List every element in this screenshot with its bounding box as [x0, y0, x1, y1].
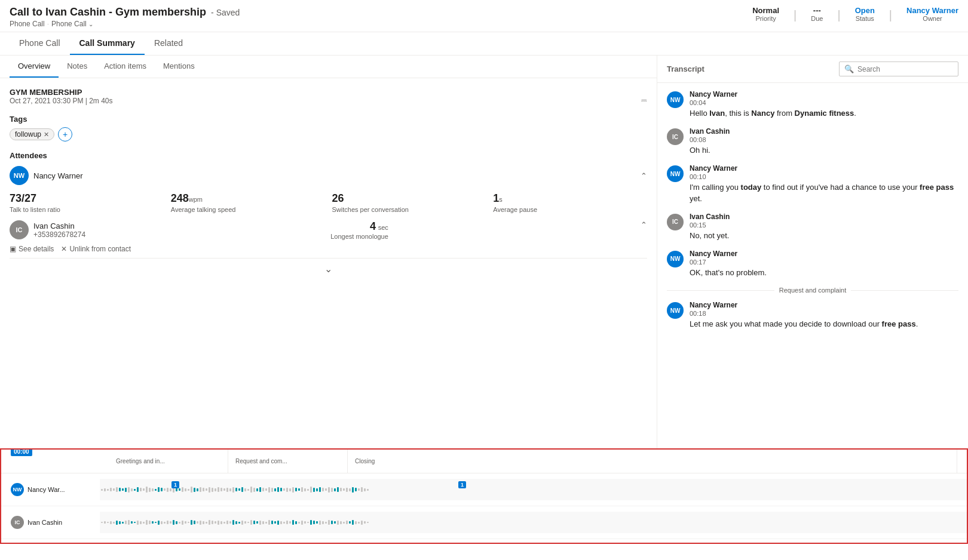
transcript-entry: NWNancy Warner00:04Hello Ivan, this is N…	[667, 90, 958, 119]
due-label: Due	[811, 15, 823, 22]
due-value: ---	[813, 6, 821, 15]
avatar: IC	[667, 128, 684, 145]
search-box[interactable]: 🔍	[839, 61, 958, 76]
attendee-ivan-row: IC Ivan Cashin +353892678274 4 sec Longe…	[10, 220, 647, 240]
timeline-badge: 1	[171, 481, 179, 488]
owner-meta: Nancy Warner Owner	[906, 6, 958, 22]
transcript-content: NWNancy Warner00:04Hello Ivan, this is N…	[657, 83, 968, 448]
timeline-section-closing: Closing	[348, 450, 957, 473]
stat-value-1: 248	[171, 192, 189, 204]
subtitle: Phone Call · Phone Call ⌄	[10, 20, 240, 28]
timeline-header: 00:00 Greetings and in... Request and co…	[1, 450, 967, 473]
attendee-nancy-row: NW Nancy Warner ⌃	[10, 166, 647, 185]
timeline-badge: 1	[458, 481, 466, 488]
transcript-speaker: Nancy Warner	[690, 90, 958, 99]
gym-membership-info: GYM MEMBERSHIP Oct 27, 2021 03:30 PM | 2…	[10, 88, 113, 112]
unlink-contact-button[interactable]: ✕ Unlink from contact	[61, 245, 131, 253]
stat-label-1: Average talking speed	[171, 206, 325, 213]
attendee-nancy-name: Nancy Warner	[33, 171, 83, 180]
tag-remove-icon[interactable]: ✕	[44, 131, 49, 139]
transcript-speaker: Nancy Warner	[690, 250, 958, 258]
timeline-track[interactable]	[100, 512, 967, 533]
transcript-entry: NWNancy Warner00:17OK, that's no problem…	[667, 250, 958, 278]
timeline-sections: Greetings and in... Request and com... C…	[109, 450, 957, 473]
subtab-notes[interactable]: Notes	[59, 56, 96, 78]
timeline-track[interactable]: 11	[100, 479, 967, 500]
avatar-nw: NW	[10, 166, 29, 185]
title-text: Call to Ivan Cashin - Gym membership	[10, 6, 206, 19]
transcript-time: 00:10	[690, 173, 958, 180]
stat-value-0: 73/27	[10, 192, 36, 204]
longest-monologue-label: Longest monologue	[330, 233, 388, 240]
tab-phone-call[interactable]: Phone Call	[10, 32, 70, 55]
date-info: Oct 27, 2021 03:30 PM | 2m 40s	[10, 97, 113, 105]
tag-add-button[interactable]: +	[58, 127, 72, 141]
avatar: NW	[667, 251, 684, 267]
timeline-row-label-text: Nancy War...	[27, 486, 65, 493]
avatar: NW	[667, 302, 684, 319]
transcript-text: Hello Ivan, this is Nancy from Dynamic f…	[690, 108, 958, 119]
avatar: NW	[667, 165, 684, 182]
timeline-timestamp: 00:00	[11, 448, 32, 456]
avatar: IC	[667, 214, 684, 230]
subtab-mentions[interactable]: Mentions	[155, 56, 203, 78]
meta-divider-3: |	[889, 8, 892, 22]
tag-label: followup	[15, 130, 41, 139]
stats-grid: 73/27 Talk to listen ratio 248wpm Averag…	[10, 192, 647, 213]
status-meta: Open Status	[855, 6, 875, 22]
attendees-section: Attendees NW Nancy Warner ⌃ 73/27 Talk t…	[10, 151, 647, 253]
saved-indicator: - Saved	[211, 8, 240, 17]
stat-talk-listen: 73/27 Talk to listen ratio	[10, 192, 164, 213]
collapse-nancy-icon[interactable]: ⌃	[641, 171, 647, 180]
right-panel: Transcript 🔍 NWNancy Warner00:04Hello Iv…	[657, 56, 968, 448]
timeline-section-request: Request and com...	[228, 450, 348, 473]
transcript-speaker: Nancy Warner	[690, 301, 958, 309]
bottom-timeline: 00:00 Greetings and in... Request and co…	[0, 448, 968, 544]
meta-divider-1: |	[794, 8, 797, 22]
unlink-label: Unlink from contact	[69, 245, 131, 253]
subtab-overview[interactable]: Overview	[10, 56, 59, 78]
tab-call-summary[interactable]: Call Summary	[70, 32, 145, 55]
owner-value: Nancy Warner	[906, 6, 958, 15]
subtitle-phone-call-2: Phone Call	[51, 20, 87, 28]
meta-divider-2: |	[837, 8, 840, 22]
collapse-ivan-icon[interactable]: ⌃	[641, 220, 647, 229]
copy-icon[interactable]: ⎓	[641, 95, 647, 106]
transcript-time: 00:08	[690, 136, 958, 143]
waveform	[100, 479, 967, 500]
transcript-title: Transcript	[667, 64, 704, 73]
transcript-speaker: Ivan Cashin	[690, 213, 958, 221]
transcript-time: 00:18	[690, 310, 958, 317]
priority-value: Normal	[752, 6, 779, 15]
transcript-text: No, not yet.	[690, 230, 958, 241]
stat-label-0: Talk to listen ratio	[10, 206, 164, 213]
main-layout: Overview Notes Action items Mentions GYM…	[0, 56, 968, 448]
tab-related[interactable]: Related	[145, 32, 192, 55]
stat-label-3: Average pause	[493, 206, 647, 213]
attendee-ivan-phone: +353892678274	[33, 230, 85, 239]
phone-call-dropdown[interactable]: Phone Call ⌄	[51, 20, 93, 28]
stat-switches: 26 Switches per conversation	[332, 192, 486, 213]
transcript-entry: ICIvan Cashin00:08Oh hi.	[667, 127, 958, 156]
timeline-row-label-text: Ivan Cashin	[27, 519, 62, 526]
search-icon: 🔍	[844, 64, 854, 73]
chevron-down-icon: ⌄	[88, 21, 93, 27]
transcript-entry: NWNancy Warner00:18Let me ask you what m…	[667, 301, 958, 330]
nav-tabs: Phone Call Call Summary Related	[0, 32, 968, 56]
stat-label-2: Switches per conversation	[332, 206, 486, 213]
status-value: Open	[855, 6, 875, 15]
transcript-speaker: Nancy Warner	[690, 164, 958, 173]
see-details-button[interactable]: ▣ See details	[10, 245, 54, 253]
overview-content: GYM MEMBERSHIP Oct 27, 2021 03:30 PM | 2…	[0, 78, 657, 289]
stat-pause: 1s Average pause	[493, 192, 647, 213]
search-input[interactable]	[857, 65, 953, 73]
subtab-action-items[interactable]: Action items	[96, 56, 155, 78]
owner-label: Owner	[923, 15, 942, 22]
section-header: GYM MEMBERSHIP Oct 27, 2021 03:30 PM | 2…	[10, 88, 647, 112]
due-meta: --- Due	[811, 6, 823, 22]
transcript-speaker: Ivan Cashin	[690, 127, 958, 136]
header: Call to Ivan Cashin - Gym membership - S…	[0, 0, 968, 32]
expand-button[interactable]: ⌄	[10, 258, 647, 279]
stat-value-2: 26	[332, 192, 344, 204]
header-right: Normal Priority | --- Due | Open Status …	[752, 6, 958, 22]
